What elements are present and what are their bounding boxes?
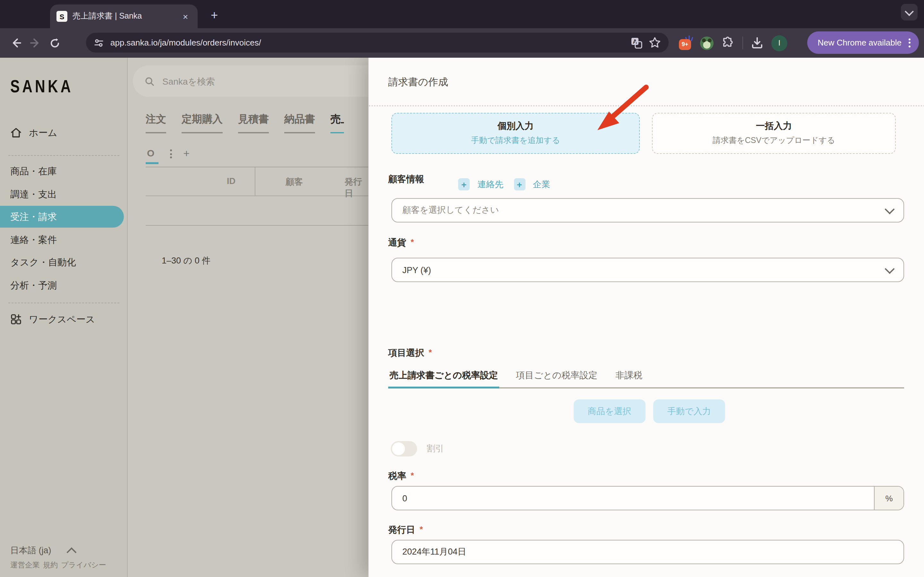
tax-mode-tabs: 売上請求書ごとの税率設定 項目ごとの税率設定 非課税 (388, 370, 904, 388)
tab-subscriptions[interactable]: 定期購入 (182, 113, 223, 133)
home-icon (10, 127, 22, 139)
bulk-entry-card[interactable]: 一括入力 請求書をCSVでアップロードする (652, 113, 896, 154)
browser-tab[interactable]: S 売上請求書 | Sanka × (50, 5, 198, 28)
extension-badge-icon[interactable]: 9+ (679, 36, 692, 50)
table-row (145, 195, 368, 226)
browser-toolbar: app.sanka.io/ja/modules/orders/invoices/… (0, 28, 924, 58)
discount-label: 割引 (427, 443, 444, 455)
view-tab[interactable]: O (145, 147, 158, 164)
individual-entry-card[interactable]: 個別入力 手動で請求書を追加する (391, 113, 640, 154)
chrome-update-button[interactable]: New Chrome available (807, 31, 919, 54)
extensions-puzzle-icon[interactable] (721, 36, 735, 50)
sidebar-item-contacts-deals[interactable]: 連絡・案件 (0, 229, 128, 251)
currency-label: 通貨* (388, 237, 414, 249)
customer-add-links: + 連絡先 + 企業 (458, 178, 553, 190)
column-id[interactable]: ID (227, 176, 236, 186)
chevron-up-icon (66, 547, 76, 557)
tab-sales-invoices[interactable]: 売上請求書 (330, 113, 344, 133)
tax-rate-label: 税率* (388, 471, 414, 482)
new-tab-button[interactable]: + (205, 6, 223, 24)
sidebar-item-products[interactable]: 商品・在庫 (0, 160, 128, 182)
browser-tabstrip: S 売上請求書 | Sanka × + (0, 0, 924, 28)
tax-rate-field: % (391, 486, 904, 510)
tab-invoice-level-tax[interactable]: 売上請求書ごとの税率設定 (388, 370, 499, 387)
view-options-icon[interactable] (170, 149, 172, 158)
discount-toggle[interactable] (391, 441, 417, 456)
issue-date-label: 発行日* (388, 524, 423, 536)
add-company-icon[interactable]: + (514, 178, 525, 190)
back-button[interactable] (6, 33, 26, 53)
item-select-label: 項目選択* (388, 348, 432, 359)
module-tabs: 注文 定期購入 見積書 納品書 売上請求書 (145, 113, 344, 133)
tab-close-icon[interactable]: × (180, 11, 191, 22)
url-text[interactable]: app.sanka.io/ja/modules/orders/invoices/ (110, 38, 624, 47)
table-header: ID 顧客 発行日 (145, 167, 368, 196)
downloads-icon[interactable] (751, 37, 764, 49)
footer-link-privacy[interactable]: プライバシー (61, 560, 106, 570)
column-customer[interactable]: 顧客 (286, 176, 303, 188)
manual-input-button[interactable]: 手動で入力 (653, 400, 725, 423)
pagination-status: 1–30 の 0 件 (162, 255, 210, 267)
invoice-create-panel: 請求書の作成 個別入力 手動で請求書を追加する 一括入力 請求書をCSVでアップ… (368, 58, 924, 577)
sidebar-item-analytics[interactable]: 分析・予測 (0, 274, 128, 296)
view-toolbar: O + (145, 147, 368, 164)
customer-select[interactable]: 顧客を選択してください (391, 198, 904, 222)
forward-button[interactable] (26, 33, 45, 53)
search-icon (144, 76, 155, 86)
add-company-link[interactable]: 企業 (533, 179, 550, 190)
language-switcher[interactable]: 日本語 (ja) (10, 545, 75, 556)
add-view-button[interactable]: + (183, 147, 190, 160)
frog-extension-icon[interactable] (700, 36, 714, 50)
back-icon (10, 37, 22, 49)
sidebar-item-orders-billing[interactable]: 受注・請求 (0, 206, 124, 227)
sidebar-footer-links: 運営企業 規約 プライバシー (10, 560, 106, 570)
language-label: 日本語 (ja) (10, 545, 51, 556)
sidebar-item-label: ワークスペース (29, 313, 95, 326)
sidebar-item-home[interactable]: ホーム (0, 122, 128, 143)
bookmark-star-icon[interactable] (649, 37, 661, 49)
issue-date-field (391, 540, 904, 564)
url-bar[interactable]: app.sanka.io/ja/modules/orders/invoices/… (86, 33, 669, 53)
panel-divider (369, 105, 924, 106)
translate-icon[interactable]: A (631, 37, 642, 48)
workspace-grid-icon (10, 314, 22, 325)
profile-avatar[interactable]: I (771, 35, 787, 51)
site-favicon: S (57, 11, 67, 22)
discount-toggle-row: 割引 (391, 441, 444, 456)
chrome-update-label: New Chrome available (817, 38, 901, 47)
chevron-down-icon (905, 7, 914, 16)
tab-quotes[interactable]: 見積書 (238, 113, 269, 133)
sanka-logo[interactable]: SANKA (10, 76, 73, 97)
tab-tax-exempt[interactable]: 非課税 (614, 370, 644, 387)
search-input[interactable] (161, 75, 356, 87)
panel-title: 請求書の作成 (388, 76, 448, 89)
footer-link-terms[interactable]: 規約 (43, 560, 58, 570)
add-contact-link[interactable]: 連絡先 (477, 179, 503, 190)
sidebar-item-workspace[interactable]: ワークスペース (0, 308, 128, 330)
select-product-button[interactable]: 商品を選択 (573, 400, 646, 423)
tab-orders[interactable]: 注文 (145, 113, 166, 133)
footer-link-company[interactable]: 運営企業 (10, 560, 40, 570)
toggle-knob (392, 442, 405, 455)
sidebar: SANKA ホーム 商品・在庫 調達・支出 受注・請求 連絡・案件 タスク・自動… (0, 58, 128, 577)
sidebar-divider (8, 303, 120, 303)
column-divider (255, 167, 255, 195)
tab-item-level-tax[interactable]: 項目ごとの税率設定 (515, 370, 599, 387)
app-page: SANKA ホーム 商品・在庫 調達・支出 受注・請求 連絡・案件 タスク・自動… (0, 58, 924, 577)
toolbar-extensions: 9+ I (679, 28, 787, 58)
forward-icon (29, 37, 41, 49)
sidebar-item-procurement[interactable]: 調達・支出 (0, 183, 128, 205)
currency-select[interactable]: JPY (¥) (391, 258, 904, 282)
issue-date-input[interactable] (392, 540, 903, 564)
tax-rate-input[interactable] (392, 487, 874, 510)
sidebar-item-tasks-automation[interactable]: タスク・自動化 (0, 251, 128, 273)
tab-delivery-notes[interactable]: 納品書 (284, 113, 315, 133)
add-contact-icon[interactable]: + (458, 178, 470, 190)
sidebar-divider (8, 155, 120, 156)
tab-title: 売上請求書 | Sanka (73, 11, 174, 22)
tab-search-button[interactable] (901, 4, 918, 21)
screen: S 売上請求書 | Sanka × + app.sanka.io/ja/modu… (0, 0, 924, 577)
reload-button[interactable] (45, 33, 64, 53)
percent-addon: % (874, 487, 903, 510)
browser-menu-icon[interactable] (907, 38, 913, 47)
